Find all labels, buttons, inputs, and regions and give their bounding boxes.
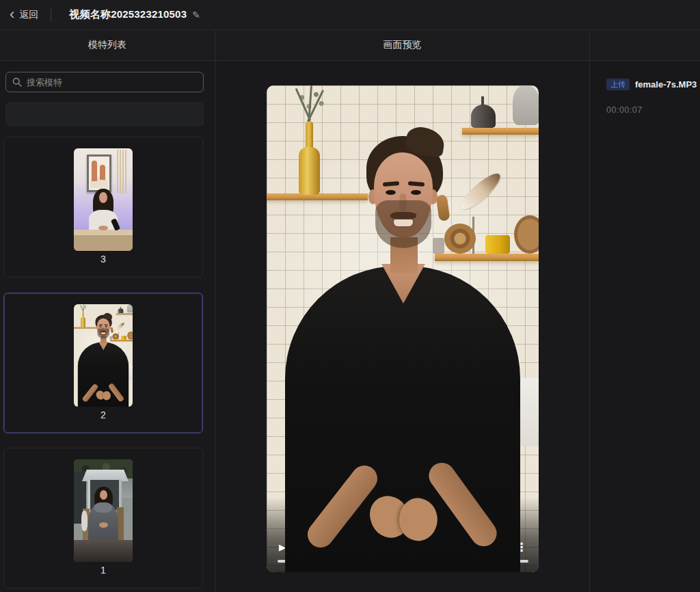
person-eye: [411, 190, 421, 195]
video-frame: [267, 85, 539, 572]
model-search-input[interactable]: [27, 77, 197, 88]
model-card-2[interactable]: 2: [3, 293, 203, 433]
audio-duration: 00:00:07: [606, 105, 700, 115]
model-list-body: 3: [0, 61, 215, 592]
preview-header: 画面预览: [215, 30, 589, 61]
audio-row: 上传 female-7s.MP3: [606, 79, 700, 90]
outdoor-scene: [74, 459, 133, 562]
audio-track-item[interactable]: 上传 female-7s.MP3 00:00:07: [590, 70, 700, 123]
person-smile: [101, 332, 105, 334]
woman-hands: [98, 226, 108, 230]
person-eye: [386, 190, 396, 195]
woman-face: [100, 490, 107, 500]
preview-body: ▶ 0:00 / 0:20 ⋮: [215, 61, 589, 592]
person-smile: [394, 219, 413, 226]
yellow-cup: [485, 235, 510, 254]
model-thumb-studio: [74, 148, 133, 251]
topbar-divider: [51, 8, 51, 22]
wooden-disc: [112, 334, 119, 340]
audio-panel-body: 上传 female-7s.MP3 00:00:07: [590, 61, 700, 592]
model-list-header: 模特列表: [0, 30, 215, 61]
audio-filename: female-7s.MP3: [635, 79, 697, 90]
macrame-hanging: [117, 150, 128, 193]
bust-statue: [127, 304, 133, 312]
topbar: ‹ 返回 视频名称2025323210503 ✎: [0, 0, 700, 30]
bell-ornament: [118, 308, 124, 313]
wooden-paddle: [110, 327, 113, 333]
upload-badge: 上传: [606, 79, 630, 90]
feather-sculpture: [457, 169, 504, 214]
model-card-1[interactable]: 1: [3, 448, 203, 589]
gold-bottle: [299, 147, 320, 195]
back-button[interactable]: ‹ 返回: [0, 0, 48, 29]
edit-title-icon[interactable]: ✎: [192, 10, 200, 21]
framed-arch-print: [87, 154, 111, 192]
preview-panel: 画面预览: [215, 30, 589, 592]
bust-statue: [513, 85, 539, 125]
model-thumb-kitchen: [74, 304, 133, 407]
woman-face: [99, 192, 107, 203]
bell-ornament: [471, 105, 496, 128]
wooden-shelf-top-right: [116, 313, 133, 314]
wooden-plate: [127, 332, 133, 340]
kitchen-scene: [74, 304, 133, 407]
model-card-label: 1: [4, 565, 202, 576]
woman-hands: [99, 522, 108, 528]
feather-sculpture: [115, 322, 125, 332]
gray-cup: [433, 238, 444, 254]
app-window: ‹ 返回 视频名称2025323210503 ✎ 模特列表: [0, 0, 700, 592]
video-title: 视频名称2025323210503: [69, 8, 187, 21]
chair-cushion: [81, 511, 88, 531]
gold-bottle-neck: [306, 122, 313, 150]
wooden-shelf-top-right: [462, 128, 539, 135]
person-eye: [105, 326, 107, 327]
model-filter-bar[interactable]: [5, 103, 204, 126]
ground: [74, 540, 133, 562]
model-thumb-outdoor: [74, 459, 133, 562]
wooden-paddle: [435, 194, 450, 221]
table: [74, 230, 133, 251]
model-card-label: 2: [4, 409, 202, 420]
wooden-shelf-bottom-right: [435, 254, 539, 261]
person-mustache: [390, 212, 416, 219]
wooden-shelf-bottom-right: [110, 340, 133, 341]
kitchen-scene: [267, 85, 539, 572]
back-chevron-icon: ‹: [10, 7, 14, 22]
arch-shape: [100, 165, 105, 180]
back-label: 返回: [19, 9, 38, 21]
model-card-label: 3: [4, 254, 202, 265]
arch-shape: [92, 161, 97, 181]
wooden-disc: [444, 224, 476, 254]
coat-collar: [94, 502, 112, 513]
audio-panel-header: [590, 30, 700, 61]
person-eye: [100, 326, 102, 327]
model-card-3[interactable]: 3: [3, 137, 203, 278]
search-icon: [12, 77, 22, 87]
video-player[interactable]: ▶ 0:00 / 0:20 ⋮: [267, 85, 539, 572]
model-list-panel: 模特列表: [0, 30, 215, 592]
studio-scene: [74, 148, 133, 251]
model-search-box[interactable]: [5, 72, 204, 92]
audio-panel: 上传 female-7s.MP3 00:00:07: [589, 30, 700, 592]
wooden-plate: [514, 215, 539, 254]
gold-bottle: [81, 317, 85, 327]
